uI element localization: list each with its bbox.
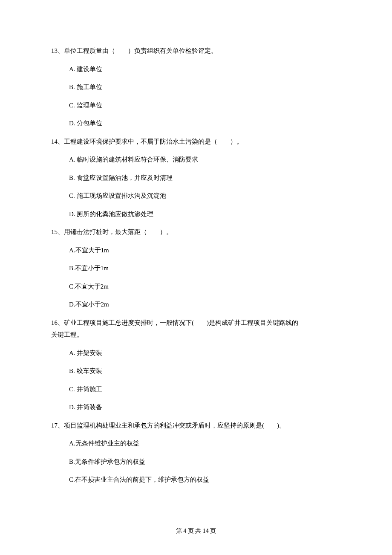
option-c: C. 监理单位 <box>69 101 341 110</box>
options-list: A.不宜大于1m B.不宜小于1m C.不宜大于2m D.不宜小于2m <box>51 246 341 309</box>
question-stem-cont: 关键工程。 <box>51 330 341 340</box>
option-b: B. 食堂应设置隔油池，并应及时清理 <box>69 173 341 183</box>
option-d: D. 分包单位 <box>69 119 341 128</box>
question-stem: 13、单位工程质量由（ ）负责组织有关单位检验评定。 <box>51 46 341 56</box>
question-17: 17、项目监理机构处理业主和承包方的利益冲突或矛盾时，应坚持的原则是( )。 A… <box>51 421 341 485</box>
question-stem: 16、矿业工程项目施工总进度安排时，一般情况下( )是构成矿井工程项目关键路线的 <box>51 318 341 328</box>
option-c: C. 施工现场应设置排水沟及沉淀池 <box>69 191 341 201</box>
question-14: 14、工程建设环境保护要求中，不属于防治水土污染的是（ ）。 A. 临时设施的建… <box>51 137 341 219</box>
option-c: C.不宜大于2m <box>69 282 341 292</box>
option-a: A.不宜大于1m <box>69 246 341 255</box>
options-list: A. 井架安装 B. 绞车安装 C. 井筒施工 D. 井筒装备 <box>51 348 341 412</box>
option-b: B.无条件维护承包方的权益 <box>69 457 341 467</box>
option-b: B.不宜小于1m <box>69 263 341 273</box>
question-13: 13、单位工程质量由（ ）负责组织有关单位检验评定。 A. 建设单位 B. 施工… <box>51 46 341 128</box>
question-number: 16、 <box>51 319 64 326</box>
option-a: A. 井架安装 <box>69 348 341 358</box>
option-d: D. 井筒装备 <box>69 402 341 412</box>
option-c: C. 井筒施工 <box>69 384 341 394</box>
question-number: 15、 <box>51 228 64 235</box>
question-15: 15、用锤击法打桩时，最大落距（ ）。 A.不宜大于1m B.不宜小于1m C.… <box>51 227 341 309</box>
option-a: A. 建设单位 <box>69 64 341 74</box>
options-list: A. 建设单位 B. 施工单位 C. 监理单位 D. 分包单位 <box>51 64 341 128</box>
question-text: 用锤击法打桩时，最大落距（ ）。 <box>64 228 173 235</box>
question-16: 16、矿业工程项目施工总进度安排时，一般情况下( )是构成矿井工程项目关键路线的… <box>51 318 341 412</box>
question-stem: 17、项目监理机构处理业主和承包方的利益冲突或矛盾时，应坚持的原则是( )。 <box>51 421 341 431</box>
question-number: 13、 <box>51 47 64 54</box>
option-b: B. 施工单位 <box>69 82 341 92</box>
option-b: B. 绞车安装 <box>69 366 341 376</box>
question-stem: 14、工程建设环境保护要求中，不属于防治水土污染的是（ ）。 <box>51 137 341 147</box>
question-text: 工程建设环境保护要求中，不属于防治水土污染的是（ ）。 <box>64 138 243 145</box>
option-d: D.不宜小于2m <box>69 300 341 309</box>
question-text: 矿业工程项目施工总进度安排时，一般情况下( )是构成矿井工程项目关键路线的 <box>64 319 298 326</box>
page-content: 13、单位工程质量由（ ）负责组织有关单位检验评定。 A. 建设单位 B. 施工… <box>0 0 392 485</box>
question-text: 项目监理机构处理业主和承包方的利益冲突或矛盾时，应坚持的原则是( )。 <box>64 422 285 429</box>
options-list: A.无条件维护业主的权益 B.无条件维护承包方的权益 C.在不损害业主合法的前提… <box>51 439 341 485</box>
option-d: D. 厕所的化粪池应做抗渗处理 <box>69 209 341 219</box>
question-text: 单位工程质量由（ ）负责组织有关单位检验评定。 <box>64 47 217 54</box>
option-a: A. 临时设施的建筑材料应符合环保、消防要求 <box>69 155 341 165</box>
options-list: A. 临时设施的建筑材料应符合环保、消防要求 B. 食堂应设置隔油池，并应及时清… <box>51 155 341 219</box>
question-number: 17、 <box>51 422 64 429</box>
page-footer: 第 4 页 共 14 页 <box>0 526 392 535</box>
question-number: 14、 <box>51 138 64 145</box>
question-stem: 15、用锤击法打桩时，最大落距（ ）。 <box>51 227 341 237</box>
option-a: A.无条件维护业主的权益 <box>69 439 341 448</box>
option-c: C.在不损害业主合法的前提下，维护承包方的权益 <box>69 475 341 485</box>
